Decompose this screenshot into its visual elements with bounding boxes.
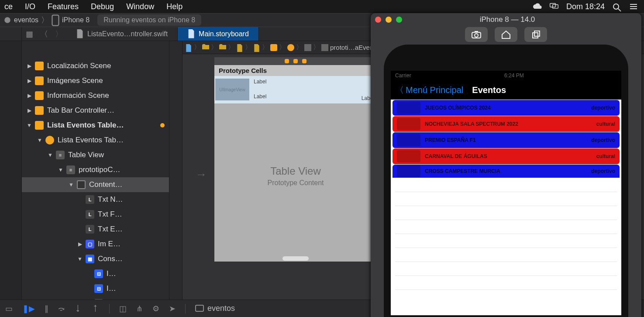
table-row[interactable]: CROSS CAMPESTRE MURCIAdeportivo: [393, 165, 620, 178]
outline-constraints-group[interactable]: ▼▦Cons…: [22, 252, 169, 266]
imageview-placeholder[interactable]: UIImageView: [215, 79, 249, 100]
scheme-target[interactable]: eventos: [14, 16, 38, 24]
outline-tableview[interactable]: ▼≡Table View: [22, 148, 169, 162]
label-placeholder[interactable]: Label: [254, 93, 266, 100]
folder-icon: [219, 44, 226, 51]
related-items-icon[interactable]: ▦: [22, 27, 37, 41]
outline-contentview[interactable]: ▼Content…: [22, 177, 169, 192]
event-thumbnail: [397, 134, 420, 146]
environment-overrides-icon[interactable]: ⚙: [152, 304, 159, 314]
outline-constraint[interactable]: ⊟I…: [22, 266, 169, 281]
nav-back-icon[interactable]: 〈: [37, 27, 52, 41]
svg-point-18: [475, 34, 478, 37]
file-icon: [253, 44, 260, 51]
swift-file-icon: [76, 30, 84, 38]
zoom-icon[interactable]: [396, 17, 402, 23]
tableview-placeholder: Table View Prototype Content: [214, 165, 377, 187]
table-row[interactable]: CARNAVAL DE ÁGUILAScultural: [393, 148, 620, 164]
outline-label[interactable]: LTxt E…: [22, 222, 169, 237]
table-row[interactable]: NOCHEVIEJA SALA SPECTRUM 2022cultural: [393, 116, 620, 132]
scheme-device[interactable]: iPhone 8: [62, 16, 90, 24]
outline-prototype-cell[interactable]: ▼≡prototipoC…: [22, 162, 169, 177]
debug-process[interactable]: eventos: [195, 304, 235, 313]
menu-item[interactable]: I/O: [25, 2, 35, 11]
activity-status: Running eventos on iPhone 8: [97, 14, 201, 26]
outline-scene[interactable]: ▶Imágenes Scene: [22, 73, 169, 88]
outline-scene[interactable]: ▶Localización Scene: [22, 59, 169, 73]
step-over-icon[interactable]: ⤼: [58, 304, 65, 314]
process-icon: [195, 305, 204, 313]
menu-item[interactable]: Window: [126, 2, 154, 11]
cloud-icon[interactable]: [533, 3, 542, 10]
debug-view-hierarchy-icon[interactable]: ◫: [119, 304, 127, 314]
minimap[interactable]: [169, 41, 183, 317]
table-row[interactable]: PREMIO ESPAÑA F1deportivo: [393, 132, 620, 148]
events-list[interactable]: JUEGOS OLÍMPICOS 2024deportivo NOCHEVIEJ…: [391, 100, 621, 290]
list-separator: [395, 206, 617, 220]
screen-mirror-icon[interactable]: [550, 3, 558, 10]
minimize-icon[interactable]: [386, 17, 392, 23]
search-icon[interactable]: [613, 3, 621, 10]
back-button[interactable]: 〈 Menú Principal: [395, 84, 463, 96]
ib-device-frame[interactable]: Prototype Cells UIImageView Label Label …: [214, 57, 377, 262]
svg-rect-11: [270, 44, 277, 51]
tab-storyboard[interactable]: Main.storyboard: [178, 27, 259, 41]
device-icon: [52, 16, 59, 24]
paste-button[interactable]: [524, 27, 547, 42]
breakpoint-toggle-icon[interactable]: ❚▶: [22, 304, 35, 314]
close-icon[interactable]: [375, 17, 381, 23]
document-outline: ▶Localización Scene ▶Imágenes Scene ▶Inf…: [22, 41, 169, 317]
resize-handle[interactable]: [282, 256, 309, 261]
step-out-icon[interactable]: ⭡: [92, 304, 100, 313]
file-icon: [236, 44, 243, 51]
chevron-left-icon: 〈: [395, 84, 404, 96]
menu-item[interactable]: Help: [166, 2, 183, 11]
outline-constraint[interactable]: ⊟I…: [22, 281, 169, 296]
list-separator: [395, 248, 617, 262]
control-center-icon[interactable]: [629, 3, 638, 10]
chevron-right-icon: 〉: [41, 15, 49, 25]
svg-rect-13: [304, 44, 311, 51]
svg-point-12: [287, 44, 294, 51]
simulator-screen[interactable]: Carrier 6:24 PM 〈 Menú Principal Eventos…: [391, 71, 621, 315]
ios-navbar: 〈 Menú Principal Eventos: [391, 80, 621, 100]
list-separator: [395, 262, 617, 276]
outline-imageview[interactable]: ▶▢Im E…: [22, 237, 169, 252]
list-separator: [395, 192, 617, 206]
svg-rect-14: [321, 44, 328, 51]
outline-scene[interactable]: ▶Información Scene: [22, 88, 169, 103]
svg-line-3: [618, 9, 621, 11]
cell-icon: [321, 44, 328, 51]
nav-forward-icon[interactable]: 〉: [52, 27, 66, 41]
list-separator: [395, 178, 617, 192]
outline-label[interactable]: LTxt F…: [22, 207, 169, 222]
menubar-clock: Dom 18:24: [566, 2, 605, 11]
outline-label[interactable]: LTxt N…: [22, 192, 169, 207]
step-into-icon[interactable]: ⭣: [74, 304, 82, 313]
tab-swift-file[interactable]: ListaEvento…ntroller.swift: [66, 27, 178, 41]
ib-scene-header[interactable]: [214, 57, 377, 65]
navigator-selector[interactable]: [0, 41, 22, 317]
pause-icon[interactable]: ∥: [45, 304, 48, 314]
menu-item[interactable]: ce: [4, 2, 13, 11]
outline-scene[interactable]: ▼Lista Eventos Table…: [22, 118, 169, 133]
list-separator: [395, 234, 617, 248]
svg-rect-20: [533, 33, 538, 38]
outline-scene[interactable]: ▶Tab Bar Controller…: [22, 103, 169, 118]
menu-item[interactable]: Features: [48, 2, 79, 11]
segue-arrow-icon: →: [196, 168, 207, 181]
prototype-cell[interactable]: UIImageView Label Label Label: [214, 76, 377, 104]
simulator-titlebar[interactable]: iPhone 8 — 14.0: [371, 13, 641, 26]
tab-label: Main.storyboard: [199, 30, 249, 38]
screenshot-button[interactable]: [465, 27, 488, 42]
menu-item[interactable]: Debug: [91, 2, 114, 11]
memory-graph-icon[interactable]: ⋔: [136, 304, 143, 314]
vc-icon: [287, 44, 294, 51]
outline-viewcontroller[interactable]: ▼Lista Eventos Tab…: [22, 133, 169, 148]
simulate-location-icon[interactable]: ➤: [169, 304, 176, 314]
table-row[interactable]: JUEGOS OLÍMPICOS 2024deportivo: [393, 100, 620, 116]
home-button[interactable]: [495, 27, 517, 42]
toggle-debug-area-icon[interactable]: ▭: [5, 304, 13, 314]
svg-rect-16: [196, 305, 203, 311]
label-placeholder[interactable]: Label: [254, 79, 266, 85]
